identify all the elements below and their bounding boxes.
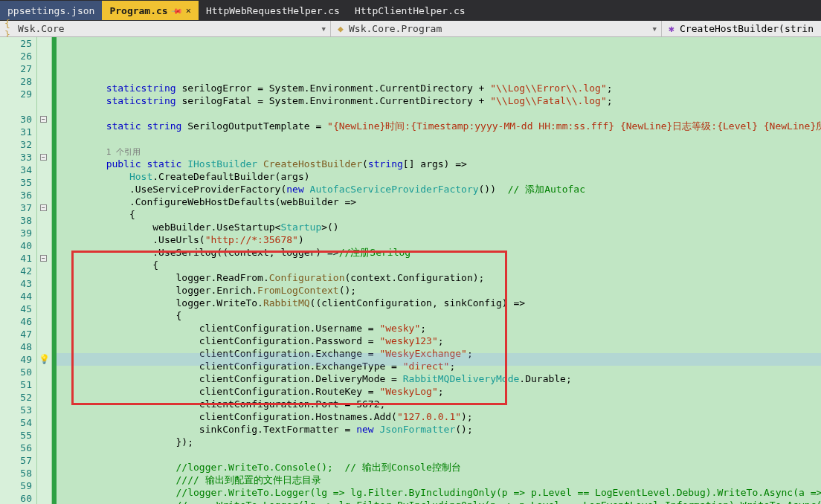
line-number-gutter: 2526272829303132333435363738394041424344… — [0, 37, 37, 504]
code-line[interactable]: clientConfiguration.Password = "wesky123… — [59, 335, 821, 347]
line-number: 43 — [0, 277, 32, 290]
line-number: 49 — [0, 353, 32, 366]
code-line[interactable]: .ConfigureWebHostDefaults(webBuilder => — [59, 196, 821, 208]
code-line[interactable]: sinkConfig.TextFormatter = new JsonForma… — [59, 423, 821, 436]
line-number: 41 — [0, 252, 32, 265]
line-number: 38 — [0, 214, 32, 227]
code-line[interactable]: public static IHostBuilder CreateHostBui… — [59, 158, 821, 170]
code-navigation-bar: { } Wsk.Core ▼ ◆ Wsk.Core.Program ▼ ✱ Cr… — [0, 21, 821, 37]
line-number — [0, 100, 32, 113]
code-line[interactable]: { — [59, 309, 821, 322]
line-number: 55 — [0, 429, 32, 442]
code-line[interactable]: Host.CreateDefaultBuilder(args) — [59, 170, 821, 183]
line-number: 32 — [0, 138, 32, 151]
namespace-label: Wsk.Core — [18, 23, 65, 34]
code-line[interactable]: webBuilder.UseStartup<Startup>() — [59, 221, 821, 233]
class-dropdown[interactable]: ◆ Wsk.Core.Program ▼ — [331, 21, 662, 36]
code-line[interactable]: .UseServiceProviderFactory(new AutofacSe… — [59, 183, 821, 196]
line-number: 50 — [0, 366, 32, 378]
tab-label: ppsettings.json — [7, 5, 94, 16]
code-line[interactable]: clientConfiguration.Port = 5672; — [59, 398, 821, 410]
fold-toggle[interactable]: − — [40, 154, 47, 161]
line-number: 54 — [0, 416, 32, 429]
line-number: 29 — [0, 88, 32, 100]
code-line[interactable] — [59, 132, 821, 145]
line-number: 37 — [0, 201, 32, 214]
line-number: 34 — [0, 164, 32, 176]
code-line[interactable]: { — [59, 208, 821, 221]
code-line[interactable]: .UseSerilog((context, logger) =>//注册Seri… — [59, 246, 821, 259]
code-line[interactable]: clientConfiguration.Hostnames.Add("127.0… — [59, 410, 821, 423]
line-number: 46 — [0, 315, 32, 328]
lightbulb-icon[interactable]: 💡 — [39, 354, 50, 364]
class-icon: ◆ — [335, 24, 346, 34]
code-line[interactable]: { — [59, 259, 821, 271]
code-line[interactable]: clientConfiguration.DeliveryMode = Rabbi… — [59, 372, 821, 385]
line-number: 31 — [0, 126, 32, 138]
code-line[interactable]: }); — [59, 436, 821, 448]
tab-appsettings[interactable]: ppsettings.json — [0, 1, 102, 20]
tab-httpwebrequest[interactable]: HttpWebRequestHelper.cs — [199, 1, 347, 20]
line-number: 26 — [0, 50, 32, 62]
tab-label: Program.cs — [109, 5, 167, 16]
chevron-down-icon: ▼ — [322, 25, 326, 33]
class-label: Wsk.Core.Program — [349, 23, 442, 34]
line-number: 36 — [0, 189, 32, 201]
line-number: 35 — [0, 176, 32, 189]
code-editor[interactable]: 2526272829303132333435363738394041424344… — [0, 37, 821, 504]
code-line[interactable]: logger.Enrich.FromLogContext(); — [59, 284, 821, 297]
line-number: 57 — [0, 454, 32, 467]
tab-label: HttpClientHelper.cs — [355, 5, 466, 16]
line-number: 52 — [0, 391, 32, 404]
line-number: 53 — [0, 404, 32, 416]
line-number: 30 — [0, 113, 32, 126]
line-number: 56 — [0, 442, 32, 454]
code-line[interactable]: clientConfiguration.ExchangeType = "dire… — [59, 360, 821, 372]
fold-margin: −−−− — [37, 37, 52, 504]
member-label: CreateHostBuilder(strin — [680, 23, 814, 34]
fold-toggle[interactable]: − — [40, 255, 47, 262]
line-number: 51 — [0, 378, 32, 391]
line-number: 59 — [0, 479, 32, 492]
document-tabs: ppsettings.json Program.cs 📌 ✕ HttpWebRe… — [0, 0, 821, 21]
chevron-down-icon: ▼ — [653, 25, 657, 33]
tab-label: HttpWebRequestHelper.cs — [206, 5, 340, 16]
code-content[interactable]: staticstring serilogError = System.Envir… — [57, 37, 821, 504]
line-number: 48 — [0, 340, 32, 353]
code-line[interactable]: staticstring serilogFatal = System.Envir… — [59, 94, 821, 107]
tab-program-cs[interactable]: Program.cs 📌 ✕ — [102, 1, 199, 20]
code-line[interactable]: // .WriteTo.Logger(lg => lg.Filter.ByInc… — [59, 499, 821, 504]
namespace-dropdown[interactable]: { } Wsk.Core ▼ — [0, 21, 331, 36]
code-line[interactable]: //// 输出到配置的文件日志目录 — [59, 474, 821, 486]
line-number: 58 — [0, 467, 32, 479]
line-number: 28 — [0, 75, 32, 88]
namespace-icon: { } — [4, 24, 15, 34]
pin-icon[interactable]: 📌 — [171, 4, 183, 16]
code-line[interactable] — [59, 107, 821, 120]
code-line[interactable]: logger.WriteTo.RabbitMQ((clientConfigura… — [59, 297, 821, 309]
fold-toggle[interactable]: − — [40, 204, 47, 211]
close-icon[interactable]: ✕ — [186, 5, 191, 16]
line-number: 47 — [0, 328, 32, 340]
code-line[interactable]: clientConfiguration.Exchange = "WeskyExc… — [59, 347, 821, 360]
code-line[interactable]: static string SerilogOutputTemplate = "{… — [59, 120, 821, 132]
code-line[interactable]: 1 个引用 — [59, 145, 821, 158]
line-number: 44 — [0, 290, 32, 303]
tab-httpclient[interactable]: HttpClientHelper.cs — [347, 1, 473, 20]
code-line[interactable]: staticstring serilogError = System.Envir… — [59, 82, 821, 94]
fold-toggle[interactable]: − — [40, 116, 47, 123]
method-icon: ✱ — [666, 24, 677, 34]
line-number: 33 — [0, 151, 32, 164]
member-dropdown[interactable]: ✱ CreateHostBuilder(strin — [662, 21, 821, 36]
code-line[interactable]: //logger.WriteTo.Console(); // 输出到Consol… — [59, 461, 821, 474]
code-line[interactable]: clientConfiguration.Username = "wesky"; — [59, 322, 821, 335]
code-line[interactable]: //logger.WriteTo.Logger(lg => lg.Filter.… — [59, 486, 821, 499]
code-line[interactable] — [59, 448, 821, 461]
line-number: 27 — [0, 62, 32, 75]
code-line[interactable]: logger.ReadFrom.Configuration(context.Co… — [59, 271, 821, 284]
line-number: 25 — [0, 37, 32, 50]
code-line[interactable]: .UseUrls("http://*:35678") — [59, 233, 821, 246]
code-line[interactable]: clientConfiguration.RouteKey = "WeskyLog… — [59, 385, 821, 398]
line-number: 60 — [0, 492, 32, 504]
line-number: 40 — [0, 239, 32, 252]
